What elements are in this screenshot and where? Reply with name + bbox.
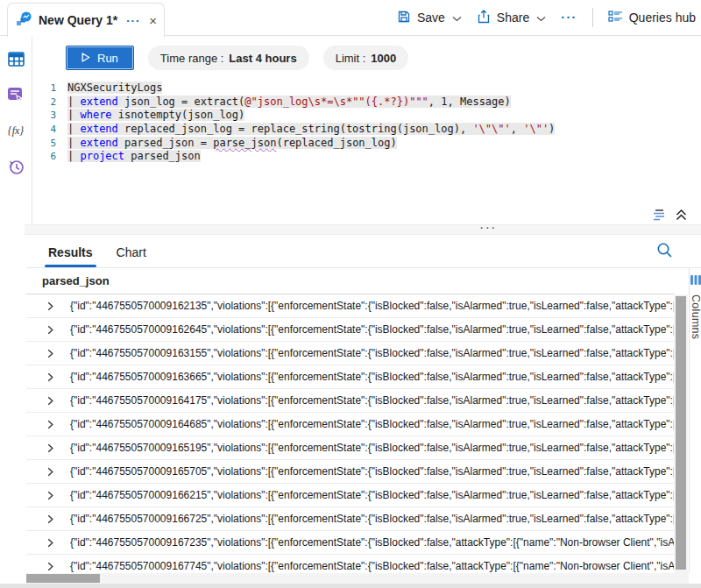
limit-label: Limit : — [336, 52, 366, 65]
queries-hub-label: Queries hub — [629, 11, 696, 25]
column-header-parsed-json[interactable]: parsed_json — [26, 268, 674, 294]
query-editor[interactable]: 1NGXSecurityLogs2| extend json_log = ext… — [33, 81, 701, 204]
row-json-value: {"id":"4467550570009165705","violations"… — [70, 465, 674, 478]
expand-row-icon[interactable] — [46, 514, 55, 524]
code-line-3[interactable]: 3| where isnotempty(json_log) — [33, 109, 701, 123]
tables-icon[interactable] — [7, 50, 25, 67]
column-header-label: parsed_json — [42, 274, 110, 287]
row-json-value: {"id":"4467550570009166215","violations"… — [70, 489, 674, 501]
expand-row-icon[interactable] — [46, 396, 55, 406]
code-text: | extend replaced_json_log = replace_str… — [67, 123, 555, 137]
toolbar-divider — [592, 8, 593, 27]
code-text: | extend parsed_json = parse_json(replac… — [67, 137, 397, 151]
tab-close-icon[interactable]: × — [149, 13, 157, 28]
row-json-value: {"id":"4467550570009162135","violations"… — [70, 300, 674, 312]
limit-filter[interactable]: Limit : 1000 — [323, 46, 409, 70]
line-number: 2 — [33, 96, 56, 110]
code-line-6[interactable]: 6| project parsed_json — [33, 150, 701, 164]
vertical-scrollbar-thumb[interactable] — [676, 296, 686, 570]
columns-side-panel[interactable]: Columns — [689, 268, 701, 573]
queries-hub-button[interactable]: Queries hub — [608, 10, 696, 25]
chevron-down-icon — [536, 11, 546, 25]
time-range-label: Time range : — [160, 52, 224, 65]
top-actions: Save Share ··· Queries hub — [397, 0, 696, 35]
line-number: 4 — [33, 123, 56, 137]
table-row[interactable]: {"id":"4467550570009162645","violations"… — [26, 318, 674, 342]
expand-row-icon[interactable] — [46, 491, 55, 500]
chevron-down-icon — [452, 11, 462, 25]
line-number: 5 — [33, 137, 56, 151]
table-row[interactable]: {"id":"4467550570009166725","violations"… — [26, 507, 674, 531]
results-grid: {"id":"4467550570009162135","violations"… — [26, 294, 674, 578]
table-row[interactable]: {"id":"4467550570009165195","violations"… — [26, 436, 674, 460]
expand-row-icon[interactable] — [46, 349, 55, 358]
expand-row-icon[interactable] — [46, 372, 55, 382]
save-button[interactable]: Save — [397, 10, 462, 26]
table-row[interactable]: {"id":"4467550570009163155","violations"… — [26, 342, 674, 365]
tab-more-icon[interactable]: ··· — [126, 14, 140, 27]
row-json-value: {"id":"4467550570009162645","violations"… — [70, 323, 674, 336]
more-options-button[interactable]: ··· — [561, 11, 577, 25]
panel-splitter[interactable]: ··· — [25, 224, 701, 235]
expand-row-icon[interactable] — [46, 467, 55, 477]
window-bottom-edge — [0, 584, 701, 588]
line-number: 3 — [33, 109, 56, 123]
vertical-scrollbar[interactable] — [674, 294, 688, 573]
save-label: Save — [417, 11, 445, 25]
table-row[interactable]: {"id":"4467550570009164175","violations"… — [26, 389, 674, 413]
query-toolbar: Run Time range : Last 4 hours Limit : 10… — [33, 36, 701, 80]
share-button[interactable]: Share — [477, 10, 546, 26]
time-range-filter[interactable]: Time range : Last 4 hours — [148, 46, 309, 70]
tab-new-query-1[interactable]: New Query 1* ··· × — [7, 3, 165, 37]
expand-row-icon[interactable] — [46, 562, 55, 571]
left-rail: {fx} — [0, 36, 32, 234]
run-button[interactable]: Run — [66, 46, 134, 70]
table-row[interactable]: {"id":"4467550570009162135","violations"… — [26, 294, 674, 318]
limit-value: 1000 — [371, 52, 396, 65]
adx-logo-icon — [17, 11, 32, 30]
horizontal-scrollbar-thumb[interactable] — [26, 574, 100, 583]
row-json-value: {"id":"4467550570009165195","violations"… — [70, 442, 674, 454]
row-json-value: {"id":"4467550570009163665","violations"… — [70, 371, 674, 383]
horizontal-scrollbar[interactable] — [26, 573, 689, 584]
queries-icon[interactable] — [7, 86, 25, 103]
table-row[interactable]: {"id":"4467550570009163665","violations"… — [26, 365, 674, 389]
row-json-value: {"id":"4467550570009164685","violations"… — [70, 418, 674, 430]
expand-row-icon[interactable] — [46, 420, 55, 429]
line-number: 1 — [33, 81, 56, 96]
code-line-4[interactable]: 4| extend replaced_json_log = replace_st… — [33, 123, 701, 137]
run-label: Run — [97, 52, 118, 65]
expand-row-icon[interactable] — [46, 538, 55, 548]
results-tab-bar: Results Chart — [26, 236, 701, 268]
queries-hub-icon — [608, 10, 623, 25]
code-text: | project parsed_json — [67, 150, 201, 164]
expand-row-icon[interactable] — [46, 301, 55, 311]
table-row[interactable]: {"id":"4467550570009167235","violations"… — [26, 531, 674, 555]
table-row[interactable]: {"id":"4467550570009166215","violations"… — [26, 484, 674, 507]
search-icon[interactable] — [656, 242, 673, 262]
tab-results[interactable]: Results — [48, 245, 93, 267]
line-number: 6 — [33, 150, 56, 164]
history-icon[interactable] — [7, 158, 25, 175]
code-line-2[interactable]: 2| extend json_log = extract(@"json_log\… — [33, 96, 701, 110]
row-json-value: {"id":"4467550570009167235","violations"… — [70, 536, 674, 549]
splitter-handle[interactable]: ··· — [480, 223, 498, 233]
editor-corner-icons — [652, 209, 687, 224]
table-row[interactable]: {"id":"4467550570009164685","violations"… — [26, 413, 674, 436]
expand-row-icon[interactable] — [46, 443, 55, 453]
format-lines-icon[interactable] — [652, 209, 668, 224]
collapse-editor-icon[interactable] — [676, 209, 687, 224]
tab-chart[interactable]: Chart — [117, 245, 146, 267]
save-icon — [397, 10, 411, 26]
row-json-value: {"id":"4467550570009164175","violations"… — [70, 394, 674, 407]
expand-row-icon[interactable] — [46, 325, 55, 335]
code-line-5[interactable]: 5| extend parsed_json = parse_json(repla… — [33, 137, 701, 151]
code-line-1[interactable]: 1NGXSecurityLogs — [33, 81, 701, 96]
functions-icon[interactable]: {fx} — [7, 122, 25, 139]
table-row[interactable]: {"id":"4467550570009165705","violations"… — [26, 460, 674, 484]
tab-title: New Query 1* — [39, 13, 117, 27]
fx-glyph: {fx} — [8, 124, 24, 138]
row-json-value: {"id":"4467550570009163155","violations"… — [70, 347, 674, 359]
code-text: NGXSecurityLogs — [67, 81, 162, 96]
share-label: Share — [497, 11, 529, 25]
